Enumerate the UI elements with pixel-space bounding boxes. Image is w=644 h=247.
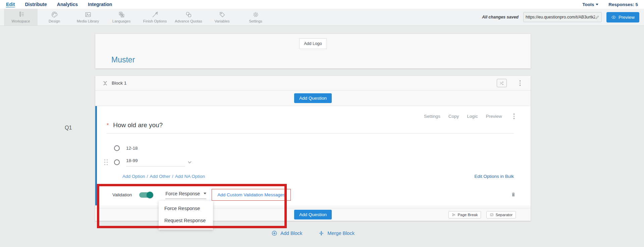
survey-editor-canvas: Add Logo Muster Block 1 Add Question Q1 … <box>95 34 531 236</box>
nav-tab-distribute[interactable]: Distribute <box>25 2 47 7</box>
add-question-button-top[interactable]: Add Question <box>294 93 332 103</box>
toolbar-item-languages[interactable]: Languages <box>105 9 138 26</box>
toolbar-item-label: Variables <box>214 19 229 23</box>
dropdown-option-request-response[interactable]: Request Response <box>159 214 213 227</box>
question-preview-link[interactable]: Preview <box>486 114 502 119</box>
separator-icon <box>490 213 494 217</box>
question-copy-link[interactable]: Copy <box>448 114 459 119</box>
caret-down-icon <box>596 4 598 5</box>
add-option-link[interactable]: Add Option <box>122 174 145 179</box>
question-number-label: Q1 <box>65 125 72 131</box>
block-card: Block 1 Add Question Q1 Settings Copy Lo… <box>95 76 531 221</box>
add-custom-validation-messages-button[interactable]: Add Custom Validation Messages <box>212 189 291 201</box>
add-other-link[interactable]: Add Other <box>150 174 170 179</box>
block-actions: Add Block Merge Block <box>95 230 531 236</box>
radio-button[interactable] <box>114 159 120 165</box>
link-separator: / <box>172 174 173 179</box>
validation-type-value: Force Response <box>165 191 200 196</box>
validation-type-select[interactable]: Force Response <box>165 191 206 199</box>
question-settings-link[interactable]: Settings <box>424 114 440 119</box>
add-logo-button[interactable]: Add Logo <box>299 38 327 49</box>
save-status: All changes saved <box>482 15 519 19</box>
survey-url-input[interactable] <box>526 15 595 19</box>
magic-wand-icon <box>152 11 159 18</box>
question-actions: Settings Copy Logic Preview <box>424 112 516 120</box>
toolbar-item-label: Advance Quotas <box>175 19 202 23</box>
toolbar-item-finish-options[interactable]: Finish Options <box>138 9 172 26</box>
toolbar-item-workspace[interactable]: Workspace <box>4 9 38 26</box>
trash-icon <box>511 192 516 197</box>
add-block-label: Add Block <box>280 231 302 236</box>
top-nav: Edit Distribute Analytics Integration To… <box>0 0 644 9</box>
tools-menu[interactable]: Tools <box>582 2 598 7</box>
nav-tab-analytics[interactable]: Analytics <box>57 2 78 7</box>
add-block-button[interactable]: Add Block <box>271 230 302 236</box>
toolbar-item-media-library[interactable]: Media Library <box>71 9 105 26</box>
toolbar-item-label: Finish Options <box>143 19 167 23</box>
shuffle-icon <box>499 81 504 86</box>
nav-links: Edit Distribute Analytics Integration <box>6 2 112 7</box>
merge-icon <box>318 230 324 236</box>
link-separator: / <box>147 174 148 179</box>
drag-handle-icon[interactable] <box>104 159 108 165</box>
merge-block-button[interactable]: Merge Block <box>318 230 355 236</box>
validation-toggle[interactable] <box>139 192 153 198</box>
add-na-option-link[interactable]: Add NA Option <box>175 174 205 179</box>
separator-button[interactable]: Separator <box>486 211 516 218</box>
block-menu-icon[interactable] <box>518 79 522 87</box>
preview-label: Preview <box>619 15 635 20</box>
radio-button[interactable] <box>114 145 120 151</box>
separator-label: Separator <box>495 213 513 217</box>
block-footer-chips: Page Break Separator <box>448 211 516 218</box>
edit-options-in-bulk-link[interactable]: Edit Options in Bulk <box>474 174 514 179</box>
toolbar-item-label: Media Library <box>77 19 99 23</box>
scissors-icon <box>452 213 456 217</box>
chain-link-icon <box>185 11 192 18</box>
toolbar-item-label: Settings <box>249 19 262 23</box>
tools-label: Tools <box>582 2 594 7</box>
option-tools-row: Add Option / Add Other / Add NA Option E… <box>122 174 514 179</box>
add-question-button-bottom[interactable]: Add Question <box>294 210 332 219</box>
preview-button[interactable]: Preview <box>606 12 639 22</box>
dropdown-option-force-response[interactable]: Force Response <box>159 202 213 214</box>
delete-validation-button[interactable] <box>511 192 516 198</box>
validation-dropdown-menu: Force Response Request Response <box>159 201 213 230</box>
block-header-actions <box>497 79 522 87</box>
add-question-band-top: Add Question <box>95 91 531 106</box>
palette-icon <box>51 11 58 18</box>
toolbar-item-settings[interactable]: Settings <box>239 9 272 26</box>
page-break-button[interactable]: Page Break <box>448 211 481 218</box>
merge-block-label: Merge Block <box>327 231 355 236</box>
page-break-label: Page Break <box>458 213 478 217</box>
gear-icon <box>252 11 259 18</box>
responses-count[interactable]: Responses: 5 <box>608 2 638 7</box>
toolbar-item-label: Design <box>49 19 60 23</box>
option-text-input[interactable]: 18-99 <box>126 158 185 166</box>
question-card: Q1 Settings Copy Logic Preview * How old… <box>95 106 531 205</box>
collapse-block-icon[interactable] <box>104 80 106 86</box>
block-header: Block 1 <box>95 76 531 91</box>
image-icon <box>85 11 92 18</box>
edit-pencil-icon[interactable] <box>595 15 599 19</box>
survey-url-field[interactable] <box>523 12 602 22</box>
answer-options: 12-18 18-99 <box>97 141 531 169</box>
toolbar-item-variables[interactable]: Variables <box>205 9 239 26</box>
nav-tab-integration[interactable]: Integration <box>88 2 112 7</box>
question-menu-icon[interactable] <box>512 112 516 120</box>
option-row: 18-99 <box>97 155 531 169</box>
randomize-block-button[interactable] <box>497 79 507 87</box>
survey-title[interactable]: Muster <box>111 55 135 64</box>
chevron-down-icon[interactable] <box>189 158 191 164</box>
nav-tab-edit[interactable]: Edit <box>6 2 15 7</box>
tag-icon <box>219 11 226 18</box>
required-asterisk: * <box>107 122 109 129</box>
toolbar-item-advance-quotas[interactable]: Advance Quotas <box>172 9 205 26</box>
toolbar-item-design[interactable]: Design <box>38 9 71 26</box>
question-title[interactable]: How old are you? <box>113 121 163 129</box>
block-title[interactable]: Block 1 <box>112 81 126 86</box>
eye-icon <box>611 15 616 20</box>
translate-icon <box>118 11 125 18</box>
option-label[interactable]: 12-18 <box>126 146 138 151</box>
question-logic-link[interactable]: Logic <box>467 114 478 119</box>
option-row: 12-18 <box>97 141 531 155</box>
